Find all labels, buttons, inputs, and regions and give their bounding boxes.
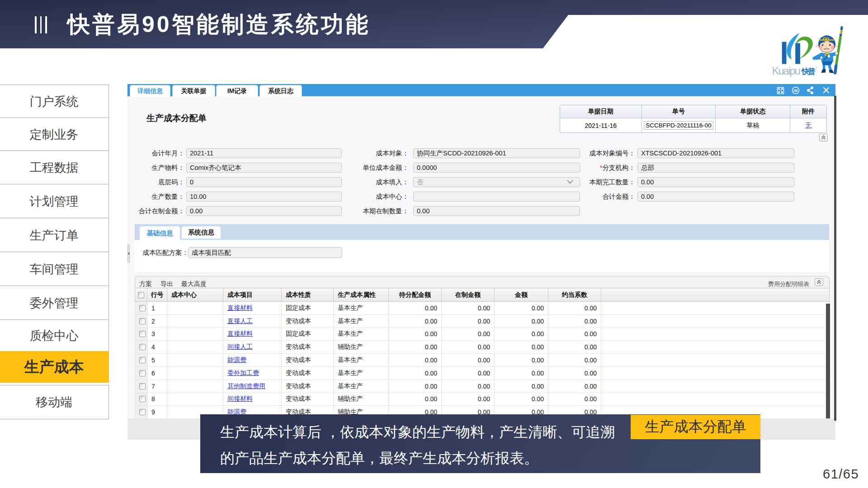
svg-text:*: * <box>816 66 817 70</box>
svg-text:快普: 快普 <box>801 67 816 76</box>
svg-text:Kuaipu: Kuaipu <box>772 65 801 77</box>
svg-text:IM: IM <box>794 89 797 93</box>
